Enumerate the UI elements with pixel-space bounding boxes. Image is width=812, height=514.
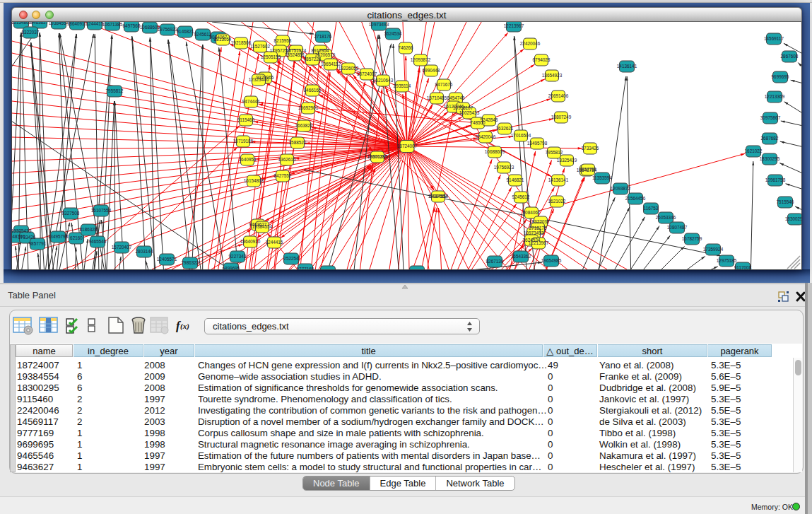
svg-text:13495798: 13495798 <box>48 234 69 239</box>
svg-text:23420046: 23420046 <box>476 134 496 139</box>
svg-text:9117008: 9117008 <box>734 265 752 269</box>
svg-text:1588520: 1588520 <box>289 140 307 145</box>
svg-text:15710485: 15710485 <box>427 95 447 100</box>
svg-text:1733426: 1733426 <box>582 146 599 151</box>
svg-text:16543362: 16543362 <box>511 254 531 259</box>
svg-text:10973493: 10973493 <box>369 22 389 27</box>
svg-text:19384554: 19384554 <box>49 22 69 25</box>
svg-text:1244415: 1244415 <box>86 22 104 26</box>
svg-text:18300295: 18300295 <box>367 154 388 159</box>
svg-text:11527602: 11527602 <box>250 44 270 49</box>
svg-text:6497568: 6497568 <box>123 23 141 28</box>
svg-text:8813054: 8813054 <box>214 37 232 42</box>
svg-text:18300295: 18300295 <box>785 216 801 221</box>
svg-text:13325419: 13325419 <box>557 158 577 163</box>
svg-text:10973493: 10973493 <box>524 230 544 235</box>
svg-text:13226058: 13226058 <box>339 66 359 71</box>
svg-text:9463627: 9463627 <box>31 22 49 25</box>
svg-text:10961758: 10961758 <box>765 177 786 182</box>
svg-text:7632621: 7632621 <box>496 126 514 131</box>
svg-text:13325419: 13325419 <box>12 228 32 233</box>
svg-text:8186328: 8186328 <box>80 227 98 232</box>
svg-text:7663822: 7663822 <box>295 123 313 128</box>
svg-text:116753: 116753 <box>644 206 659 211</box>
svg-text:1621022: 1621022 <box>548 199 566 204</box>
svg-text:3624534: 3624534 <box>384 31 402 36</box>
svg-text:10719185: 10719185 <box>233 139 254 144</box>
svg-text:9465546: 9465546 <box>89 239 107 244</box>
svg-text:19654985: 19654985 <box>541 258 562 263</box>
svg-text:10807487: 10807487 <box>667 225 688 230</box>
svg-text:9084067: 9084067 <box>523 210 541 215</box>
svg-text:7515546: 7515546 <box>777 199 794 204</box>
svg-text:13524851: 13524851 <box>285 52 305 57</box>
svg-text:16154808: 16154808 <box>244 178 264 183</box>
svg-text:19384554: 19384554 <box>428 194 449 199</box>
svg-text:1640954: 1640954 <box>239 157 257 162</box>
svg-text:18640910: 18640910 <box>67 22 88 26</box>
svg-text:8322037: 8322037 <box>532 219 550 224</box>
svg-text:746266: 746266 <box>398 45 413 50</box>
svg-text:9474444: 9474444 <box>242 99 260 104</box>
svg-text:9115460: 9115460 <box>237 117 255 122</box>
svg-text:17016504: 17016504 <box>511 133 531 138</box>
svg-text:2718176: 2718176 <box>529 226 547 230</box>
svg-text:9699695: 9699695 <box>772 74 789 79</box>
svg-text:18807249: 18807249 <box>551 115 572 119</box>
svg-text:11353594: 11353594 <box>592 175 612 180</box>
svg-text:252254: 252254 <box>283 256 299 261</box>
svg-text:16210643: 16210643 <box>373 78 394 83</box>
svg-text:8471676: 8471676 <box>435 82 453 87</box>
svg-text:7857224: 7857224 <box>304 57 322 62</box>
svg-text:20691406: 20691406 <box>548 93 569 98</box>
svg-text:9327508: 9327508 <box>62 211 80 216</box>
svg-text:9242848: 9242848 <box>481 117 498 122</box>
svg-text:21564456: 21564456 <box>625 196 646 201</box>
svg-text:2867608: 2867608 <box>781 54 799 59</box>
svg-text:19218506: 19218506 <box>231 40 252 45</box>
svg-text:9227343: 9227343 <box>229 254 247 259</box>
svg-text:19384554: 19384554 <box>252 224 273 229</box>
svg-text:16107554: 16107554 <box>91 208 112 213</box>
svg-text:1362615: 1362615 <box>278 157 296 162</box>
svg-text:7955812: 7955812 <box>106 88 124 93</box>
svg-text:18640910: 18640910 <box>240 239 261 244</box>
svg-text:9146821: 9146821 <box>507 177 524 182</box>
svg-text:2935114: 2935114 <box>394 83 411 88</box>
svg-text:13654923: 13654923 <box>542 73 563 78</box>
svg-text:8322037: 8322037 <box>22 30 40 35</box>
svg-text:8427552: 8427552 <box>274 173 292 178</box>
svg-text:7955812: 7955812 <box>546 150 563 155</box>
svg-text:12213967: 12213967 <box>504 23 524 28</box>
svg-text:13495798: 13495798 <box>527 141 548 146</box>
svg-text:3960124: 3960124 <box>319 269 337 269</box>
svg-text:26053346: 26053346 <box>656 215 676 220</box>
svg-text:12093872: 12093872 <box>411 57 431 62</box>
svg-text:14569117: 14569117 <box>764 36 784 41</box>
svg-text:9777169: 9777169 <box>297 267 314 269</box>
svg-text:10671385: 10671385 <box>102 22 123 27</box>
svg-text:8267130: 8267130 <box>486 259 504 264</box>
svg-text:9857791: 9857791 <box>579 167 597 172</box>
svg-text:62160: 62160 <box>70 235 83 240</box>
svg-text:14136141: 14136141 <box>617 64 637 69</box>
svg-text:1621022: 1621022 <box>745 148 763 153</box>
svg-text:30975867: 30975867 <box>760 115 781 120</box>
svg-text:8454749: 8454749 <box>447 95 465 100</box>
svg-text:8215958: 8215958 <box>274 38 292 43</box>
svg-text:19756923: 19756923 <box>158 27 178 32</box>
svg-text:12975185: 12975185 <box>717 258 737 263</box>
svg-text:9245612: 9245612 <box>512 194 530 199</box>
svg-text:9857791: 9857791 <box>29 241 47 246</box>
svg-text:19756923: 19756923 <box>494 165 514 170</box>
svg-text:12213369: 12213369 <box>765 94 785 99</box>
svg-text:2687682: 2687682 <box>761 136 779 141</box>
svg-text:(x): (x) <box>180 322 189 331</box>
svg-text:9146821: 9146821 <box>177 29 194 34</box>
svg-text:7986322: 7986322 <box>182 260 199 265</box>
svg-text:18724007: 18724007 <box>397 144 418 148</box>
svg-text:16782759: 16782759 <box>682 236 702 241</box>
svg-text:2803144: 2803144 <box>136 249 153 254</box>
svg-text:12213967: 12213967 <box>529 240 549 245</box>
svg-text:16154808: 16154808 <box>12 22 32 25</box>
